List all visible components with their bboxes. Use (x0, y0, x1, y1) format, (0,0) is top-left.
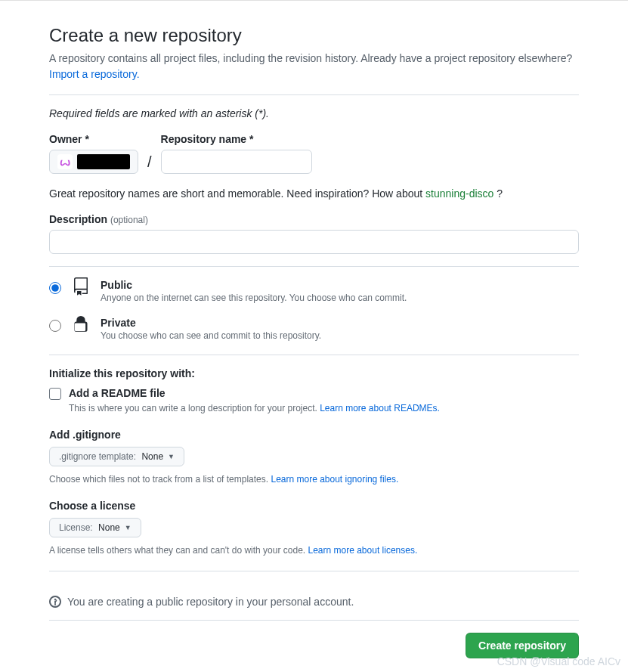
gitignore-heading: Add .gitignore (49, 429, 579, 441)
visibility-public-row: Public Anyone on the internet can see th… (49, 279, 579, 303)
divider (49, 94, 579, 95)
info-icon (49, 596, 61, 608)
owner-avatar: ꙍ (57, 154, 73, 169)
private-title: Private (101, 317, 579, 329)
public-desc: Anyone on the internet can see this repo… (101, 293, 579, 303)
info-banner: You are creating a public repository in … (49, 584, 579, 620)
owner-field: Owner * ꙍ (49, 133, 138, 174)
suggested-name-link[interactable]: stunning-disco (425, 187, 493, 200)
chevron-down-icon: ▼ (125, 524, 131, 531)
chevron-down-icon: ▼ (168, 453, 175, 460)
page-title: Create a new repository (49, 25, 579, 46)
public-title: Public (101, 279, 579, 291)
required-fields-note: Required fields are marked with an aster… (49, 107, 579, 119)
readme-checkbox[interactable] (49, 388, 61, 400)
private-radio[interactable] (49, 320, 61, 332)
description-label: Description (optional) (49, 213, 579, 225)
info-text: You are creating a public repository in … (67, 596, 354, 608)
description-input[interactable] (49, 230, 579, 254)
create-repo-form: Create a new repository A repository con… (0, 0, 628, 672)
readme-label[interactable]: Add a README file (69, 387, 166, 399)
lock-icon (72, 315, 90, 336)
repo-icon (72, 277, 90, 298)
visibility-private-row: Private You choose who can see and commi… (49, 317, 579, 341)
import-repo-link[interactable]: Import a repository. (49, 68, 140, 80)
divider (49, 266, 579, 267)
divider (49, 355, 579, 355)
owner-select-button[interactable]: ꙍ (49, 150, 138, 174)
name-suggestion-hint: Great repository names are short and mem… (49, 187, 579, 200)
gitignore-select-button[interactable]: .gitignore template: None ▼ (49, 447, 184, 466)
svg-point-2 (54, 599, 56, 600)
svg-rect-1 (54, 601, 56, 605)
license-heading: Choose a license (49, 500, 579, 512)
private-desc: You choose who can see and commit to thi… (101, 330, 579, 341)
page-subtitle: A repository contains all project files,… (49, 51, 579, 82)
readme-row: Add a README file (49, 387, 579, 400)
readme-desc: This is where you can write a long descr… (69, 403, 579, 413)
repo-name-field: Repository name * (161, 133, 312, 174)
path-separator: / (147, 153, 152, 174)
repo-name-label: Repository name * (161, 133, 312, 145)
readme-learn-more-link[interactable]: Learn more about READMEs. (320, 403, 440, 413)
initialize-heading: Initialize this repository with: (49, 367, 579, 379)
owner-repo-row: Owner * ꙍ / Repository name * (49, 133, 579, 174)
license-select-button[interactable]: License: None ▼ (49, 518, 141, 537)
repo-name-input[interactable] (161, 150, 312, 174)
create-repository-button[interactable]: Create repository (466, 633, 579, 658)
public-radio[interactable] (49, 282, 61, 294)
divider (49, 620, 579, 621)
license-help: A license tells others what they can and… (49, 545, 579, 556)
owner-label: Owner * (49, 133, 138, 145)
owner-name-redacted (77, 154, 130, 169)
gitignore-learn-more-link[interactable]: Learn more about ignoring files. (271, 474, 398, 485)
license-learn-more-link[interactable]: Learn more about licenses. (308, 545, 418, 556)
form-actions: Create repository (49, 633, 579, 658)
divider (49, 571, 579, 571)
gitignore-help: Choose which files not to track from a l… (49, 474, 579, 485)
